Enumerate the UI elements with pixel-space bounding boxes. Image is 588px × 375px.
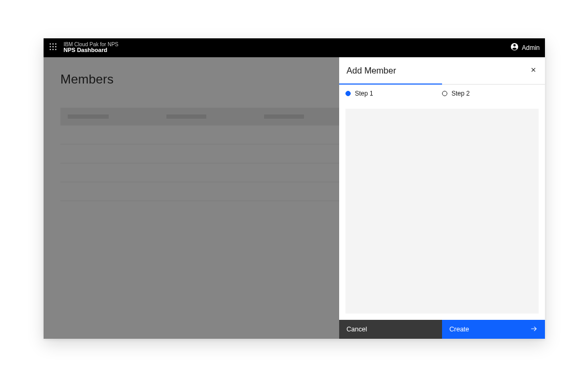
panel-footer: Cancel Create	[339, 320, 545, 339]
global-header: IBM Cloud Pak for NPS NPS Dashboard Admi…	[44, 38, 545, 57]
application-window: IBM Cloud Pak for NPS NPS Dashboard Admi…	[44, 38, 545, 339]
step-2[interactable]: Step 2	[442, 90, 539, 97]
svg-point-1	[52, 44, 54, 45]
svg-point-5	[55, 46, 56, 47]
arrow-right-icon	[530, 325, 538, 334]
panel-body	[339, 101, 545, 320]
grid-icon	[49, 43, 57, 53]
step-label: Step 1	[355, 90, 373, 97]
user-avatar-icon	[510, 43, 519, 53]
step-tabs: Step 1 Step 2	[339, 85, 545, 101]
step-indicator-icon	[345, 91, 351, 96]
step-1[interactable]: Step 1	[345, 90, 442, 97]
svg-point-0	[50, 44, 51, 45]
create-button-label: Create	[449, 326, 469, 333]
user-name-label: Admin	[522, 44, 540, 51]
close-icon	[530, 66, 537, 76]
form-placeholder	[345, 109, 539, 314]
svg-point-6	[50, 49, 51, 50]
add-member-panel: Add Member Step 1 Step 2	[339, 57, 545, 339]
panel-title: Add Member	[346, 66, 396, 76]
step-indicator-icon	[442, 91, 447, 96]
close-button[interactable]	[526, 64, 541, 78]
user-menu[interactable]: Admin	[510, 43, 540, 53]
progress-indicator	[339, 84, 442, 85]
svg-point-7	[52, 49, 54, 50]
panel-header: Add Member	[339, 57, 545, 85]
cancel-button-label: Cancel	[346, 326, 367, 333]
product-name-label: NPS Dashboard	[64, 47, 118, 54]
svg-point-4	[52, 46, 54, 47]
step-label: Step 2	[452, 90, 470, 97]
svg-point-3	[50, 46, 51, 47]
cancel-button[interactable]: Cancel	[339, 320, 442, 339]
svg-point-2	[55, 44, 56, 45]
app-switcher-button[interactable]	[48, 43, 58, 53]
create-button[interactable]: Create	[442, 320, 545, 339]
svg-point-8	[55, 49, 56, 50]
product-identity: IBM Cloud Pak for NPS NPS Dashboard	[64, 42, 118, 54]
